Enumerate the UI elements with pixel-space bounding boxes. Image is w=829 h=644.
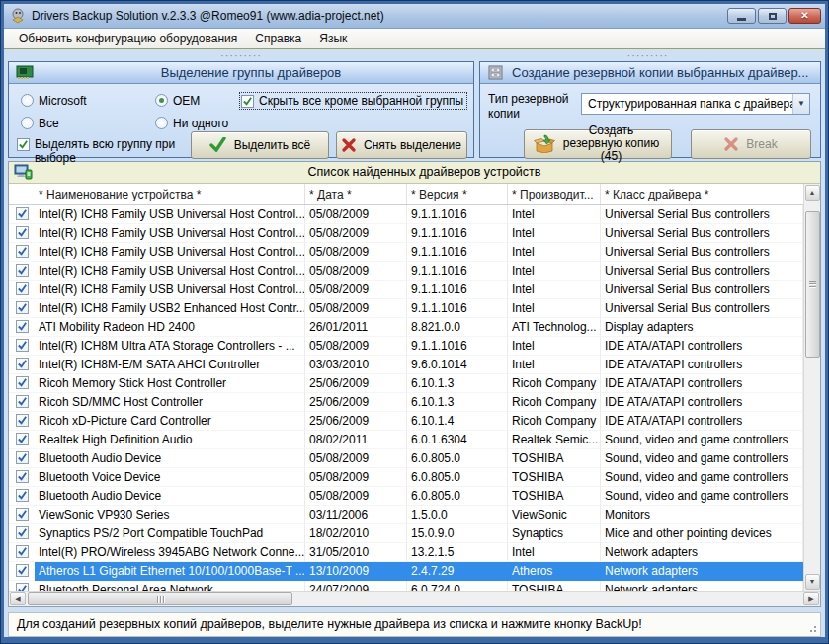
row-checkbox[interactable] bbox=[9, 318, 35, 337]
row-vendor: Intel bbox=[508, 337, 601, 356]
table-row[interactable]: Intel(R) ICH8 Family USB2 Enhanced Host … bbox=[9, 299, 803, 318]
red-x-icon bbox=[342, 138, 356, 152]
row-checkbox[interactable] bbox=[9, 243, 35, 262]
row-checkbox[interactable] bbox=[9, 412, 35, 431]
table-row[interactable]: Intel(R) ICH8 Family USB Universal Host … bbox=[9, 243, 803, 262]
column-device-name[interactable]: * Наименование устройства * bbox=[35, 184, 305, 204]
menu-refresh-hardware[interactable]: Обновить конфигурацию оборудования bbox=[10, 30, 246, 47]
select-whole-group-checkbox[interactable]: Выделять всю группу при выборе bbox=[17, 137, 185, 165]
row-date: 05/08/2009 bbox=[305, 281, 407, 299]
row-checkbox[interactable] bbox=[9, 299, 35, 318]
column-checkbox bbox=[9, 184, 35, 204]
row-checkbox[interactable] bbox=[9, 374, 35, 393]
row-version: 6.10.1.3 bbox=[407, 374, 508, 393]
table-row[interactable]: Ricoh Memory Stick Host Controller25/06/… bbox=[9, 374, 803, 393]
table-row[interactable]: Bluetooth Voice Device05/08/20096.0.805.… bbox=[9, 468, 803, 487]
app-window: Drivers Backup Solution v.2.3.3 @Romeo91… bbox=[0, 0, 829, 644]
table-row[interactable]: ATI Mobility Radeon HD 240026/01/20118.8… bbox=[9, 318, 803, 337]
radio-icon bbox=[155, 94, 168, 107]
checkbox-icon bbox=[16, 358, 29, 370]
scroll-right-icon[interactable]: ▶ bbox=[803, 592, 819, 605]
row-checkbox[interactable] bbox=[9, 356, 35, 374]
radio-oem[interactable]: OEM bbox=[155, 94, 200, 108]
table-row[interactable]: Bluetooth Audio Device05/08/20096.0.805.… bbox=[9, 449, 803, 468]
horizontal-scroll-thumb[interactable] bbox=[28, 592, 292, 605]
window-title: Drivers Backup Solution v.2.3.3 @Romeo91… bbox=[32, 9, 727, 23]
column-vendor[interactable]: * Производит... bbox=[508, 184, 601, 204]
table-row[interactable]: Bluetooth Audio Device05/08/20096.0.805.… bbox=[9, 487, 803, 506]
checkbox-icon bbox=[16, 564, 29, 577]
row-checkbox[interactable] bbox=[9, 543, 35, 562]
deselect-button[interactable]: Снять выделение bbox=[336, 131, 467, 159]
table-row[interactable]: Ricoh SD/MMC Host Controller25/06/20096.… bbox=[9, 393, 803, 412]
table-row[interactable]: Synaptics PS/2 Port Compatible TouchPad1… bbox=[9, 524, 803, 543]
radio-none[interactable]: Ни одного bbox=[155, 117, 228, 130]
checkbox-icon bbox=[16, 451, 29, 464]
row-vendor: Atheros bbox=[508, 562, 601, 581]
scroll-down-icon[interactable]: ▼ bbox=[805, 574, 820, 590]
table-row[interactable]: Atheros L1 Gigabit Ethernet 10/100/1000B… bbox=[9, 562, 803, 581]
table-row[interactable]: Realtek High Definition Audio08/02/20116… bbox=[9, 431, 803, 449]
checkbox-icon bbox=[16, 320, 29, 333]
select-all-button[interactable]: Выделить всё bbox=[191, 131, 329, 159]
break-button[interactable]: Break bbox=[691, 129, 811, 159]
splitter-grip-icon[interactable]: ········· bbox=[220, 52, 262, 61]
row-checkbox[interactable] bbox=[9, 281, 35, 299]
row-checkbox[interactable] bbox=[9, 224, 35, 243]
row-checkbox[interactable] bbox=[9, 468, 35, 487]
table-row[interactable]: Intel(R) ICH8 Family USB Universal Host … bbox=[9, 224, 803, 243]
table-row[interactable]: Ricoh xD-Picture Card Controller25/06/20… bbox=[9, 412, 803, 431]
table-row[interactable]: Bluetooth Personal Area Network24/07/200… bbox=[9, 581, 803, 591]
menu-language[interactable]: Язык bbox=[310, 30, 356, 47]
row-checkbox[interactable] bbox=[9, 506, 35, 524]
row-device-name: Intel(R) ICH8 Family USB Universal Host … bbox=[35, 224, 305, 243]
maximize-icon bbox=[769, 13, 777, 20]
radio-microsoft[interactable]: Microsoft bbox=[21, 94, 87, 108]
vertical-scroll-thumb[interactable] bbox=[805, 211, 820, 358]
row-date: 05/08/2009 bbox=[305, 205, 407, 224]
row-date: 05/08/2009 bbox=[305, 487, 407, 506]
row-checkbox[interactable] bbox=[9, 205, 35, 224]
title-bar[interactable]: Drivers Backup Solution v.2.3.3 @Romeo91… bbox=[4, 4, 825, 29]
table-row[interactable]: Intel(R) ICH8 Family USB Universal Host … bbox=[9, 281, 803, 299]
row-device-name: Intel(R) ICH8 Family USB Universal Host … bbox=[35, 243, 305, 262]
row-checkbox[interactable] bbox=[9, 393, 35, 412]
table-row[interactable]: Intel(R) PRO/Wireless 3945ABG Network Co… bbox=[9, 543, 803, 562]
column-driver-class[interactable]: * Класс драйвера * bbox=[601, 184, 803, 204]
row-checkbox[interactable] bbox=[9, 431, 35, 449]
minimize-button[interactable] bbox=[727, 8, 756, 24]
maximize-button[interactable] bbox=[758, 8, 787, 24]
resize-grip-icon[interactable] bbox=[807, 623, 817, 633]
backup-type-dropdown[interactable]: Структурированная папка с драйверами ▼ bbox=[581, 93, 810, 115]
table-title: Список найденных драйверов устройств bbox=[34, 165, 815, 179]
table-row[interactable]: Intel(R) ICH8M Ultra ATA Storage Control… bbox=[9, 337, 803, 356]
close-button[interactable]: ✕ bbox=[788, 8, 821, 24]
row-checkbox[interactable] bbox=[9, 581, 35, 591]
scroll-left-icon[interactable]: ◀ bbox=[10, 592, 26, 605]
vertical-scrollbar[interactable]: ▲ ▼ bbox=[803, 184, 820, 591]
row-checkbox[interactable] bbox=[9, 487, 35, 506]
table-row[interactable]: ViewSonic VP930 Series03/11/20061.5.0.0V… bbox=[9, 506, 803, 524]
radio-all[interactable]: Все bbox=[21, 117, 59, 130]
hide-others-checkbox[interactable]: Скрыть все кроме выбранной группы bbox=[240, 93, 466, 109]
splitter-grip-icon[interactable]: ········· bbox=[627, 52, 669, 61]
row-version: 9.1.1.1016 bbox=[407, 299, 508, 318]
row-checkbox[interactable] bbox=[9, 262, 35, 281]
row-checkbox[interactable] bbox=[9, 562, 35, 581]
table-row[interactable]: Intel(R) ICH8M-E/M SATA AHCI Controller0… bbox=[9, 356, 803, 374]
app-icon bbox=[10, 8, 27, 24]
row-checkbox[interactable] bbox=[9, 337, 35, 356]
minimize-icon bbox=[737, 18, 746, 21]
scroll-up-icon[interactable]: ▲ bbox=[805, 185, 820, 201]
row-device-name: Intel(R) PRO/Wireless 3945ABG Network Co… bbox=[35, 543, 305, 562]
table-row[interactable]: Intel(R) ICH8 Family USB Universal Host … bbox=[9, 262, 803, 281]
horizontal-scrollbar[interactable]: ◀ ▶ bbox=[9, 591, 820, 606]
menu-help[interactable]: Справка bbox=[246, 30, 310, 47]
row-checkbox[interactable] bbox=[9, 449, 35, 468]
column-date[interactable]: * Дата * bbox=[305, 184, 407, 204]
table-row[interactable]: Intel(R) ICH8 Family USB Universal Host … bbox=[9, 205, 803, 224]
row-checkbox[interactable] bbox=[9, 524, 35, 543]
row-device-name: Ricoh SD/MMC Host Controller bbox=[35, 393, 305, 412]
create-backup-button[interactable]: Создать резервную копию (45) bbox=[524, 129, 672, 159]
column-version[interactable]: * Версия * bbox=[407, 184, 508, 204]
